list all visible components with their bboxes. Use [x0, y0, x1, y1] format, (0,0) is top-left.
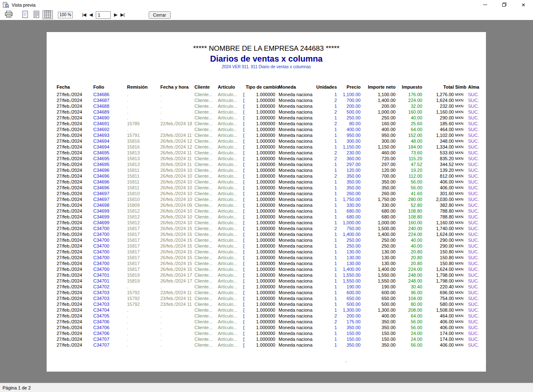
- cell-remision: 15792: [127, 295, 160, 301]
- view-100-percent-button[interactable]: [42, 10, 53, 19]
- cell-fecha: 27/feb./2024: [57, 115, 93, 121]
- table-row: 27/feb./2024C347001581726/feb./2024 15Cl…: [57, 231, 486, 237]
- cell-unidades: 1: [316, 214, 337, 220]
- cell-cliente: Cliente...: [194, 290, 218, 295]
- cell-precio: 350.00: [337, 325, 361, 330]
- cell-tipo-cambio: 1.000000: [245, 121, 275, 127]
- cell-articulo: Artículo...: [218, 132, 243, 138]
- cell-simbolo: MXN: [454, 97, 466, 103]
- cell-folio: C34706: [93, 330, 127, 336]
- cell-moneda: Moneda naciona: [275, 330, 316, 336]
- cell-cliente: Cliente...: [194, 173, 218, 179]
- cell-folio: C34693: [93, 132, 127, 138]
- table-row: 27/feb./2024C346971581026/feb./2024 10Cl…: [57, 191, 486, 196]
- cell-almacen: SUC. C: [466, 121, 479, 127]
- table-row: 27/feb./2024C347031579223/feb./2024 11Cl…: [57, 290, 486, 295]
- cell-fecha: 27/feb./2024: [57, 249, 93, 255]
- cell-articulo: Artículo...: [218, 196, 243, 202]
- page-number-input[interactable]: [96, 11, 111, 19]
- cell-fecha-hora: 26/feb./2024 15: [160, 249, 194, 255]
- cell-remision: .: [127, 342, 160, 348]
- close-window-button[interactable]: ✕: [514, 0, 533, 10]
- cell-moneda: Moneda naciona: [275, 179, 316, 185]
- cell-remision: 15817: [127, 249, 160, 255]
- first-page-button[interactable]: |◀: [82, 12, 86, 17]
- cell-remision: 15810: [127, 191, 160, 196]
- cell-importe-neto: 950.00: [361, 132, 396, 138]
- cell-precio: 1,300.00: [337, 307, 361, 313]
- cell-precio: 1,550.00: [337, 272, 361, 278]
- cell-precio: 297.00: [337, 161, 361, 167]
- cell-almacen: SUC. C: [466, 97, 479, 103]
- cell-simbolo: MXN: [454, 237, 466, 243]
- cell-remision: 15785: [127, 121, 160, 127]
- next-page-button[interactable]: ▶: [114, 12, 117, 17]
- cell-total: 754.00: [422, 295, 454, 301]
- cell-cliente: Cliente...: [194, 121, 218, 127]
- cell-tipo-cambio: 1.000000: [245, 150, 275, 156]
- cell-precio: 350.00: [337, 173, 361, 179]
- table-row: 27/feb./2024C346951581326/feb./2024 11Cl…: [57, 156, 486, 161]
- minimize-button[interactable]: [476, 0, 495, 10]
- cell-moneda: Moneda naciona: [275, 261, 316, 266]
- cell-unidades: 1: [316, 185, 337, 191]
- cell-articulo: Artículo...: [218, 231, 243, 237]
- cell-moneda: Moneda naciona: [275, 336, 316, 342]
- cell-remision: 15809: [127, 202, 160, 208]
- cell-precio: 130.00: [337, 249, 361, 255]
- cell-fecha: 27/feb./2024: [57, 185, 93, 191]
- cell-fecha: 27/feb./2024: [57, 138, 93, 144]
- cell-tipo-cambio: 1.000000: [245, 237, 275, 243]
- cell-tipo-cambio: 1.000000: [245, 342, 275, 348]
- cell-impuesto: 160.00: [396, 109, 422, 115]
- cell-folio: C34695: [93, 150, 127, 156]
- cell-tipo-cambio: 1.000000: [245, 208, 275, 214]
- cell-moneda: Moneda naciona: [275, 295, 316, 301]
- cell-simbolo: MXN: [454, 127, 466, 132]
- cell-total: 1,624.00: [422, 266, 454, 272]
- cell-importe-neto: 680.00: [361, 208, 396, 214]
- cell-cliente: Cliente...: [194, 179, 218, 185]
- cell-impuesto: 20.80: [396, 255, 422, 261]
- cell-almacen: SUC. C: [466, 92, 479, 97]
- cell-tipo-cambio: 1.000000: [245, 313, 275, 319]
- cell-almacen: SUC. C: [466, 266, 479, 272]
- cell-total: 290.00: [422, 115, 454, 121]
- cell-folio: C34707: [93, 336, 127, 342]
- cell-precio: 350.00: [337, 185, 361, 191]
- cell-fecha-hora: 26/feb./2024 10: [160, 214, 194, 220]
- table-row: 27/feb./2024C346941581626/feb./2024 12Cl…: [57, 138, 486, 144]
- view-page-width-button[interactable]: [31, 10, 42, 19]
- cell-cliente: Cliente...: [194, 231, 218, 237]
- cell-folio: C34694: [93, 144, 127, 150]
- cell-articulo: Artículo...: [218, 208, 243, 214]
- print-button[interactable]: [3, 10, 14, 19]
- cell-almacen: SUC. C: [466, 272, 479, 278]
- cell-precio: 200.00: [337, 103, 361, 109]
- cell-impuesto: 47.52: [396, 161, 422, 167]
- maximize-restore-button[interactable]: [495, 0, 514, 10]
- cell-remision: 15810: [127, 196, 160, 202]
- cell-unidades: 1: [316, 132, 337, 138]
- cell-remision: 15792: [127, 290, 160, 295]
- zoom-input[interactable]: [58, 12, 73, 18]
- cell-folio: C34697: [93, 191, 127, 196]
- view-whole-page-button[interactable]: [20, 10, 30, 19]
- cell-folio: C34699: [93, 220, 127, 226]
- cell-remision: 15816: [127, 138, 160, 144]
- cell-fecha: 27/feb./2024: [57, 243, 93, 249]
- cell-impuesto: 64.00: [396, 313, 422, 319]
- cell-cliente: Cliente...: [194, 202, 218, 208]
- cell-remision: 15813: [127, 161, 160, 167]
- close-preview-button[interactable]: Cerrar: [149, 11, 171, 19]
- previous-page-button[interactable]: ◀: [89, 12, 92, 17]
- cell-importe-neto: 150.00: [361, 330, 396, 336]
- preview-area[interactable]: ***** NOMBRE DE LA EMPRESA 244683 ***** …: [0, 20, 533, 383]
- cell-remision: .: [127, 103, 160, 109]
- cell-importe-neto: 1,400.00: [361, 266, 396, 272]
- last-page-button[interactable]: ▶|: [120, 12, 124, 17]
- cell-tipo-cambio: 1.000000: [245, 284, 275, 290]
- cell-fecha-hora: .: [160, 97, 194, 103]
- cell-almacen: SUC. C: [466, 167, 479, 173]
- cell-tipo-cambio: 1.000000: [245, 202, 275, 208]
